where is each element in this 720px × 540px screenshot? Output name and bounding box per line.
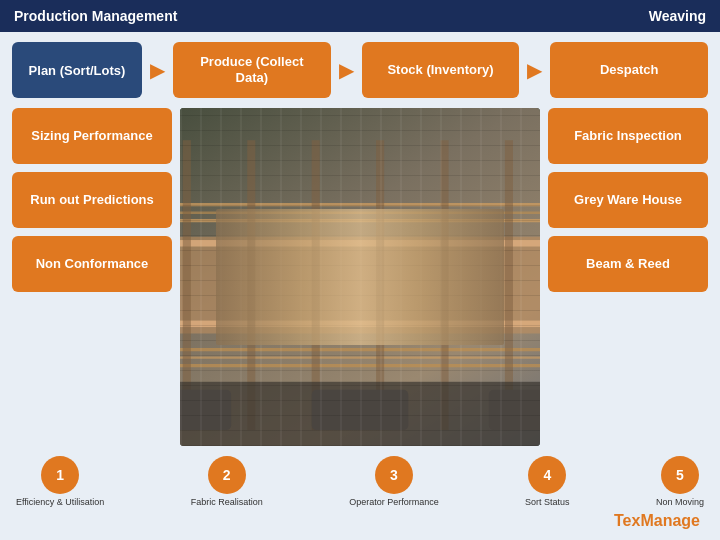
- svg-rect-18: [505, 140, 513, 430]
- nav-circle-5[interactable]: 5: [661, 456, 699, 494]
- svg-rect-0: [180, 108, 540, 446]
- nav-label-1: Efficiency & Utilisation: [16, 497, 104, 508]
- footer: TexManage: [12, 512, 708, 532]
- brand-manage: Manage: [640, 512, 700, 529]
- stock-button[interactable]: Stock (Inventory): [362, 42, 520, 98]
- svg-rect-19: [180, 382, 540, 446]
- right-column: Fabric Inspection Grey Ware House Beam &…: [548, 108, 708, 446]
- nav-item-2[interactable]: 2 Fabric Realisation: [191, 456, 263, 508]
- brand-tex: Tex: [614, 512, 640, 529]
- svg-rect-21: [312, 390, 409, 430]
- bottom-navigation: 1 Efficiency & Utilisation 2 Fabric Real…: [12, 456, 708, 508]
- svg-rect-16: [376, 140, 384, 430]
- arrow-icon-2: ▶: [339, 58, 354, 82]
- nav-label-3: Operator Performance: [349, 497, 439, 508]
- svg-rect-6: [180, 321, 540, 327]
- header: Production Management Weaving: [0, 0, 720, 32]
- svg-rect-15: [312, 140, 320, 430]
- grey-ware-house-button[interactable]: Grey Ware House: [548, 172, 708, 228]
- left-column: Sizing Performance Run out Predictions N…: [12, 108, 172, 446]
- main-content: Plan (Sort/Lots) ▶ Produce (Collect Data…: [0, 32, 720, 540]
- nav-label-4: Sort Status: [525, 497, 570, 508]
- beam-reed-button[interactable]: Beam & Reed: [548, 236, 708, 292]
- brand-logo: TexManage: [614, 512, 700, 529]
- nav-item-4[interactable]: 4 Sort Status: [525, 456, 570, 508]
- top-row: Plan (Sort/Lots) ▶ Produce (Collect Data…: [12, 42, 708, 98]
- svg-rect-13: [183, 140, 191, 430]
- nav-circle-2[interactable]: 2: [208, 456, 246, 494]
- svg-rect-14: [247, 140, 255, 430]
- despatch-button[interactable]: Despatch: [550, 42, 708, 98]
- arrow-icon-1: ▶: [150, 58, 165, 82]
- produce-button[interactable]: Produce (Collect Data): [173, 42, 331, 98]
- machine-image: [180, 108, 540, 446]
- runout-predictions-button[interactable]: Run out Predictions: [12, 172, 172, 228]
- nav-circle-4[interactable]: 4: [528, 456, 566, 494]
- arrow-icon-3: ▶: [527, 58, 542, 82]
- nav-item-5[interactable]: 5 Non Moving: [656, 456, 704, 508]
- svg-rect-1: [180, 108, 540, 446]
- page-title: Production Management: [14, 8, 177, 24]
- non-conformance-button[interactable]: Non Conformance: [12, 236, 172, 292]
- nav-label-2: Fabric Realisation: [191, 497, 263, 508]
- nav-circle-3[interactable]: 3: [375, 456, 413, 494]
- weaving-machine-graphic: [180, 108, 540, 446]
- svg-rect-17: [441, 140, 449, 430]
- middle-section: Sizing Performance Run out Predictions N…: [12, 108, 708, 446]
- machine-svg: [180, 108, 540, 446]
- svg-rect-20: [180, 390, 231, 430]
- svg-rect-4: [180, 237, 540, 334]
- nav-item-3[interactable]: 3 Operator Performance: [349, 456, 439, 508]
- sizing-performance-button[interactable]: Sizing Performance: [12, 108, 172, 164]
- nav-item-1[interactable]: 1 Efficiency & Utilisation: [16, 456, 104, 508]
- svg-rect-5: [180, 240, 540, 246]
- svg-rect-22: [489, 390, 540, 430]
- plan-button[interactable]: Plan (Sort/Lots): [12, 42, 142, 98]
- section-label: Weaving: [649, 8, 706, 24]
- nav-label-5: Non Moving: [656, 497, 704, 508]
- nav-circle-1[interactable]: 1: [41, 456, 79, 494]
- fabric-inspection-button[interactable]: Fabric Inspection: [548, 108, 708, 164]
